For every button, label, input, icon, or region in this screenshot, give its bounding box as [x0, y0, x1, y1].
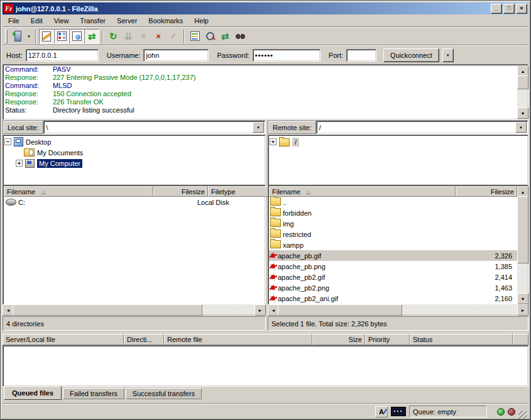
column-header-filesize[interactable]: Filesize — [456, 186, 517, 197]
toolbar-grip[interactable] — [5, 30, 8, 43]
process-queue-button[interactable]: ⇊ — [121, 29, 136, 44]
minimize-button[interactable]: _ — [491, 4, 502, 14]
menu-item-view[interactable]: View — [48, 16, 75, 26]
expand-icon[interactable]: + — [16, 160, 23, 167]
scrollbar-thumb[interactable] — [278, 304, 402, 316]
remote-site-combo[interactable]: / ▼ — [316, 121, 528, 134]
tab-failed-transfers[interactable]: Failed transfers — [63, 388, 124, 399]
transfer-type-indicator-icon[interactable]: A — [375, 406, 388, 417]
remote-list-body: .. forbidden img restricted xampp apache… — [269, 197, 517, 304]
remote-file-row[interactable]: xampp — [269, 240, 517, 250]
column-header-status[interactable]: Status — [410, 334, 513, 345]
synchronized-browsing-button[interactable]: ⇄ — [217, 29, 233, 44]
directory-comparison-button[interactable] — [187, 29, 202, 44]
queue-splitter[interactable] — [3, 329, 528, 334]
column-header-priority[interactable]: Priority — [365, 334, 410, 345]
tree-item-root[interactable]: + / — [270, 136, 528, 147]
remote-file-row[interactable]: apache_pb.png1,385 — [269, 261, 517, 272]
file-name: xampp — [283, 241, 304, 249]
cancel-operation-button[interactable]: × — [136, 29, 151, 44]
remote-vertical-scrollbar[interactable]: ▲ ▼ — [517, 186, 527, 304]
menu-item-file[interactable]: File — [3, 16, 25, 26]
remote-file-row[interactable]: apache_pb2_ani.gif2,160 — [269, 293, 517, 304]
folder-icon — [270, 229, 281, 238]
remote-file-row[interactable]: apache_pb2.gif2,414 — [269, 272, 517, 282]
disconnect-button[interactable]: × — [151, 29, 166, 44]
remote-file-row[interactable]: forbidden — [269, 207, 517, 218]
toolbar-separator — [183, 30, 185, 43]
remote-file-row[interactable]: apache_pb2.png1,463 — [269, 282, 517, 293]
tree-item-desktop[interactable]: − Desktop — [4, 136, 265, 147]
tree-item-label-selected: My Computer — [37, 159, 82, 168]
filter-button[interactable] — [202, 29, 217, 44]
toggle-log-button[interactable] — [39, 29, 54, 44]
chevron-down-icon[interactable]: ▼ — [253, 122, 264, 133]
column-label: Priority — [368, 336, 390, 343]
find-files-button[interactable] — [233, 29, 248, 44]
tree-item-my-documents[interactable]: My Documents — [4, 147, 265, 158]
column-label: Filesize — [491, 188, 514, 196]
menu-item-help[interactable]: Help — [189, 16, 214, 26]
collapse-icon[interactable]: − — [4, 138, 11, 145]
log-scrollbar[interactable]: ▲ ▼ — [517, 65, 527, 119]
scrollbar-thumb[interactable] — [517, 196, 528, 263]
site-manager-button[interactable] — [10, 29, 25, 44]
toggle-remote-tree-button[interactable] — [69, 29, 84, 44]
reconnect-button[interactable]: ✓ — [166, 29, 181, 44]
menu-item-transfer[interactable]: Transfer — [74, 16, 111, 26]
refresh-button[interactable]: ↻ — [106, 29, 121, 44]
password-label: Password: — [217, 52, 249, 59]
queue-tabs: Queued files Failed transfers Successful… — [4, 386, 202, 401]
password-input[interactable]: •••••• — [253, 49, 320, 62]
close-button[interactable]: × — [516, 4, 527, 14]
column-header-filesize[interactable]: Filesize — [153, 186, 208, 197]
toggle-queue-button[interactable]: ⇄ — [84, 29, 99, 44]
folder-icon — [270, 240, 281, 248]
scroll-down-icon[interactable]: ▼ — [517, 108, 528, 119]
maximize-button[interactable]: □ — [503, 4, 515, 14]
host-input[interactable]: 127.0.0.1 — [26, 49, 99, 62]
column-header-filename[interactable]: Filename — [269, 186, 456, 197]
quickconnect-button[interactable]: Quickconnect — [383, 48, 439, 62]
message-log-lines: Command:PASV Response:227 Entering Passi… — [5, 65, 517, 119]
local-file-row[interactable]: C: Local Disk — [4, 197, 265, 207]
menu-item-server[interactable]: Server — [111, 16, 143, 26]
column-header-direction[interactable]: Directi... — [124, 334, 164, 345]
log-label: Response: — [5, 90, 53, 98]
column-label: Status — [413, 336, 432, 343]
expand-icon[interactable]: + — [270, 138, 276, 145]
local-site-combo[interactable]: \ ▼ — [43, 121, 265, 134]
site-manager-dropdown-button[interactable]: ▼ — [25, 29, 33, 44]
scroll-right-icon[interactable]: ► — [255, 304, 266, 316]
scrollbar-thumb[interactable] — [13, 304, 202, 316]
column-label: Size — [349, 336, 362, 343]
tab-successful-transfers[interactable]: Successful transfers — [126, 388, 202, 399]
remote-horizontal-scrollbar[interactable]: ◄ ► — [268, 304, 528, 314]
menu-item-edit[interactable]: Edit — [25, 16, 48, 26]
tree-item-my-computer[interactable]: + My Computer — [4, 158, 265, 169]
remote-file-row-selected[interactable]: apache_pb.gif2,326 — [269, 250, 517, 261]
local-horizontal-scrollbar[interactable]: ◄ ► — [3, 304, 266, 314]
chevron-down-icon[interactable]: ▼ — [515, 122, 527, 133]
scroll-right-icon[interactable]: ► — [517, 304, 528, 316]
quickconnect-dropdown-button[interactable]: ▼ — [442, 48, 454, 62]
scroll-down-icon[interactable]: ▼ — [517, 293, 528, 304]
username-input[interactable]: john — [143, 49, 209, 62]
folder-icon — [270, 197, 281, 206]
column-header-size[interactable]: Size — [312, 334, 365, 345]
remote-file-row[interactable]: .. — [269, 197, 517, 207]
column-header-filename[interactable]: Filename — [4, 186, 153, 197]
message-log: Command:PASV Response:227 Entering Passi… — [3, 64, 528, 120]
port-input[interactable] — [346, 49, 376, 62]
remote-file-row[interactable]: restricted — [269, 229, 517, 240]
resize-grip[interactable] — [518, 411, 527, 419]
tab-queued-files[interactable]: Queued files — [4, 386, 62, 400]
menu-bar: File Edit View Transfer Server Bookmarks… — [3, 14, 528, 26]
remote-site-path: / — [319, 124, 321, 131]
menu-item-bookmarks[interactable]: Bookmarks — [143, 16, 189, 26]
column-header-server-local-file[interactable]: Server/Local file — [3, 334, 124, 345]
column-header-remote-file[interactable]: Remote file — [164, 334, 312, 345]
scrollbar-thumb[interactable] — [517, 75, 528, 89]
remote-file-row[interactable]: img — [269, 218, 517, 229]
toggle-local-tree-button[interactable] — [54, 29, 69, 44]
